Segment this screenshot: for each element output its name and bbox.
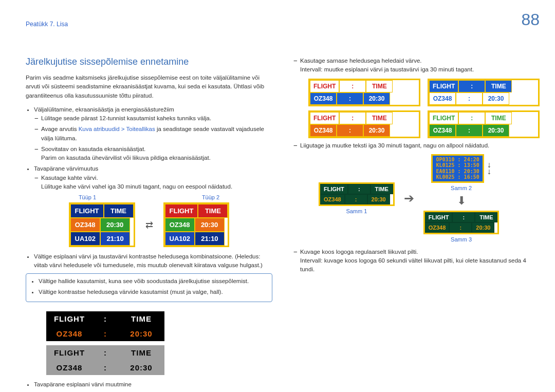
mini-white-orange: FLIGHT:TIME OZ348:20:30: [308, 110, 420, 138]
advice-box: Vältige hallide kasutamist, kuna see või…: [26, 273, 272, 303]
step-1-label: Samm 1: [346, 208, 367, 214]
color-variants-grid: FLIGHT:TIME OZ348:20:30 FLIGHT:TIME OZ34…: [308, 79, 540, 138]
bullet-contrast: Vältige esiplaani värvi ja taustavärvi k…: [34, 252, 272, 270]
link-toiteallikas[interactable]: Toiteallikas: [126, 126, 155, 132]
right-column: Kasutage sarnase heledusega heledaid vär…: [293, 57, 540, 276]
left-column: Järelkujutise sissepõlemise ennetamine P…: [26, 57, 272, 392]
mini-white-green: FLIGHT:TIME OZ348:20:30: [428, 110, 540, 138]
arrow-right-icon: ➔: [404, 191, 414, 206]
step-2-label: Samm 2: [451, 185, 472, 191]
step3-board: FLIGHT:TIME OZ348:20:30: [423, 211, 499, 234]
step1-board: FLIGHT:TIME OZ348:20:30: [319, 182, 395, 206]
section-title: Järelkujutise sissepõlemise ennetamine: [26, 57, 272, 67]
page-number: 88: [521, 10, 540, 29]
intro-paragraph: Parim viis seadme kaitsmiseks järelkujut…: [26, 73, 272, 100]
step2-scroll-board: OP0310 : 24:20 KL0125 : 13:50 EA0110 : 2…: [431, 154, 484, 183]
step-flow: FLIGHT:TIME OZ348:20:30 Samm 1 ➔ OP0310 …: [319, 154, 540, 242]
slab-black: FLIGHT:TIME OZ348:20:30: [46, 311, 164, 341]
type-labels: Tüüp 1 Tüüp 2: [26, 194, 272, 200]
bullet-power-off: Väljalülitamine, ekraanisäästja ja energ…: [34, 105, 272, 163]
box-grey: Vältige hallide kasutamist, kuna see või…: [39, 277, 268, 286]
arrow-down-icon: ⬇: [457, 194, 466, 208]
dash-screensaver: Soovitatav on kasutada ekraanisäästjat.P…: [41, 145, 272, 163]
mini-white-red-blue: FLIGHT:TIME OZ348:20:30: [308, 79, 420, 106]
dash-two-colors: Kasutage kahte värvi.Lülituge kahe värvi…: [41, 174, 272, 192]
link-kuva-atribuudid[interactable]: Kuva atribuudid: [79, 126, 120, 132]
dash-bright-colors: Kasutage sarnase heledusega heledaid vär…: [300, 57, 540, 74]
dash-move-text: Liigutage ja muutke teksti iga 30 minuti…: [300, 141, 540, 150]
dash-logo: Kuvage koos logoga regulaarselt liikuvat…: [300, 248, 540, 274]
bullet-foreground: Tavapärane esiplaani värvi muutmine: [34, 380, 272, 389]
bullet-color-change: Tavapärane värvimuutus Kasutage kahte vä…: [34, 164, 272, 191]
slab-grey: FLIGHT:TIME OZ348:20:30: [46, 345, 164, 375]
flight-board-type2: FLIGHTTIME OZ34820:30 UA10221:10: [163, 202, 230, 247]
type-2-label: Tüüp 2: [202, 194, 219, 200]
swap-arrow-icon: ⇄: [145, 219, 153, 231]
type-1-label: Tüüp 1: [79, 194, 96, 200]
dash-display-props: Avage arvutis Kuva atribuudid > Toiteall…: [41, 125, 272, 143]
breadcrumb: Peatükk 7. Lisa: [26, 21, 68, 28]
flight-board-type1: FLIGHTTIME OZ34820:30 UA10221:10: [69, 202, 135, 247]
scroll-down-icon: ↓↓: [487, 162, 491, 175]
box-bw: Vältige kontrastse heledusega värvide ka…: [39, 288, 268, 296]
mini-blue-white: FLIGHT:TIME OZ348:20:30: [428, 79, 540, 106]
dash-12h: Lülitage seade pärast 12-tunnist kasutam…: [41, 114, 272, 123]
step-3-label: Samm 3: [451, 236, 472, 242]
